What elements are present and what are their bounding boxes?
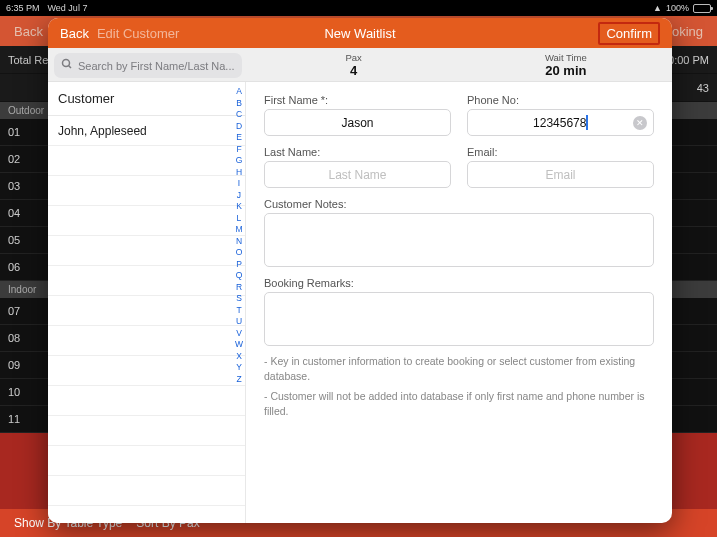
last-name-label: Last Name: (264, 146, 451, 158)
customer-row-empty (48, 146, 245, 176)
index-letter[interactable]: B (235, 98, 243, 108)
pax-value: 4 (350, 63, 357, 78)
customer-notes-input[interactable] (264, 213, 654, 267)
bg-righttime: 0:00 PM (668, 54, 709, 66)
index-letter[interactable]: P (235, 259, 243, 269)
first-name-value: Jason (341, 116, 373, 130)
index-letter[interactable]: M (235, 224, 243, 234)
customer-row-empty (48, 416, 245, 446)
search-icon (61, 58, 73, 73)
clear-phone-icon[interactable]: ✕ (633, 116, 647, 130)
customer-row-empty (48, 266, 245, 296)
customer-row-empty (48, 326, 245, 356)
search-input[interactable]: Search by First Name/Last Na... (54, 53, 242, 78)
customer-row-empty (48, 206, 245, 236)
info-text-2: - Customer will not be added into databa… (264, 389, 654, 418)
index-letter[interactable]: Y (235, 362, 243, 372)
first-name-label: First Name *: (264, 94, 451, 106)
wait-value: 20 min (545, 63, 586, 78)
battery-icon (693, 4, 711, 13)
index-letter[interactable]: Q (235, 270, 243, 280)
index-letter[interactable]: Z (235, 374, 243, 384)
index-letter[interactable]: A (235, 86, 243, 96)
phone-label: Phone No: (467, 94, 654, 106)
index-letter[interactable]: C (235, 109, 243, 119)
index-letter[interactable]: O (235, 247, 243, 257)
customer-row-empty (48, 476, 245, 506)
customer-section-header: Customer (48, 82, 245, 116)
alpha-index[interactable]: ABCDEFGHIJKLMNOPQRSTUVWXYZ (235, 86, 243, 384)
status-date: Wed Jul 7 (48, 3, 88, 13)
index-letter[interactable]: V (235, 328, 243, 338)
confirm-button[interactable]: Confirm (598, 22, 660, 45)
customer-row-empty (48, 176, 245, 206)
customer-row-empty (48, 356, 245, 386)
index-letter[interactable]: U (235, 316, 243, 326)
wait-time-metric[interactable]: Wait Time 20 min (460, 48, 672, 81)
index-letter[interactable]: W (235, 339, 243, 349)
email-label: Email: (467, 146, 654, 158)
svg-line-1 (69, 66, 72, 69)
status-battery-pct: 100% (666, 3, 689, 13)
wait-label: Wait Time (545, 52, 587, 63)
customer-row-empty (48, 236, 245, 266)
status-time: 6:35 PM (6, 3, 40, 13)
index-letter[interactable]: I (235, 178, 243, 188)
customer-row-empty (48, 446, 245, 476)
index-letter[interactable]: G (235, 155, 243, 165)
back-button[interactable]: Back (60, 26, 89, 41)
pax-metric[interactable]: Pax 4 (248, 48, 460, 81)
info-text-1: - Key in customer information to create … (264, 354, 654, 383)
customer-row-empty (48, 296, 245, 326)
notes-label: Customer Notes: (264, 198, 654, 210)
text-cursor (586, 115, 588, 130)
index-letter[interactable]: S (235, 293, 243, 303)
phone-input[interactable]: 12345678 ✕ (467, 109, 654, 136)
modal-header: Back Edit Customer New Waitlist Confirm (48, 18, 672, 48)
pax-label: Pax (345, 52, 361, 63)
index-letter[interactable]: J (235, 190, 243, 200)
svg-point-0 (63, 60, 70, 67)
index-letter[interactable]: L (235, 213, 243, 223)
last-name-placeholder: Last Name (328, 168, 386, 182)
bg-booking: oking (672, 24, 703, 39)
customer-row-empty (48, 506, 245, 523)
form-pane: First Name *: Jason Phone No: 12345678 ✕… (246, 82, 672, 523)
index-letter[interactable]: T (235, 305, 243, 315)
booking-remarks-input[interactable] (264, 292, 654, 346)
index-letter[interactable]: X (235, 351, 243, 361)
bg-total: Total Re (8, 54, 48, 66)
search-placeholder: Search by First Name/Last Na... (78, 60, 235, 72)
bg-back: Back (14, 24, 43, 39)
index-letter[interactable]: R (235, 282, 243, 292)
modal-title: New Waitlist (324, 26, 395, 41)
first-name-input[interactable]: Jason (264, 109, 451, 136)
index-letter[interactable]: F (235, 144, 243, 154)
index-letter[interactable]: N (235, 236, 243, 246)
phone-value: 12345678 (533, 116, 586, 130)
index-letter[interactable]: D (235, 121, 243, 131)
last-name-input[interactable]: Last Name (264, 161, 451, 188)
wifi-icon: ▲ (653, 3, 662, 13)
remarks-label: Booking Remarks: (264, 277, 654, 289)
modal-toolbar: Search by First Name/Last Na... Pax 4 Wa… (48, 48, 672, 82)
email-placeholder: Email (545, 168, 575, 182)
index-letter[interactable]: K (235, 201, 243, 211)
edit-customer-label: Edit Customer (97, 26, 179, 41)
waitlist-modal: Back Edit Customer New Waitlist Confirm … (48, 18, 672, 523)
bg-count: 43 (697, 82, 709, 94)
customer-row-empty (48, 386, 245, 416)
index-letter[interactable]: E (235, 132, 243, 142)
customer-row[interactable]: John, Appleseed (48, 116, 245, 146)
status-bar: 6:35 PM Wed Jul 7 ▲ 100% (0, 0, 717, 16)
customer-list-pane: Customer John, Appleseed ABCDEFGHIJKLMNO… (48, 82, 246, 523)
email-input[interactable]: Email (467, 161, 654, 188)
index-letter[interactable]: H (235, 167, 243, 177)
